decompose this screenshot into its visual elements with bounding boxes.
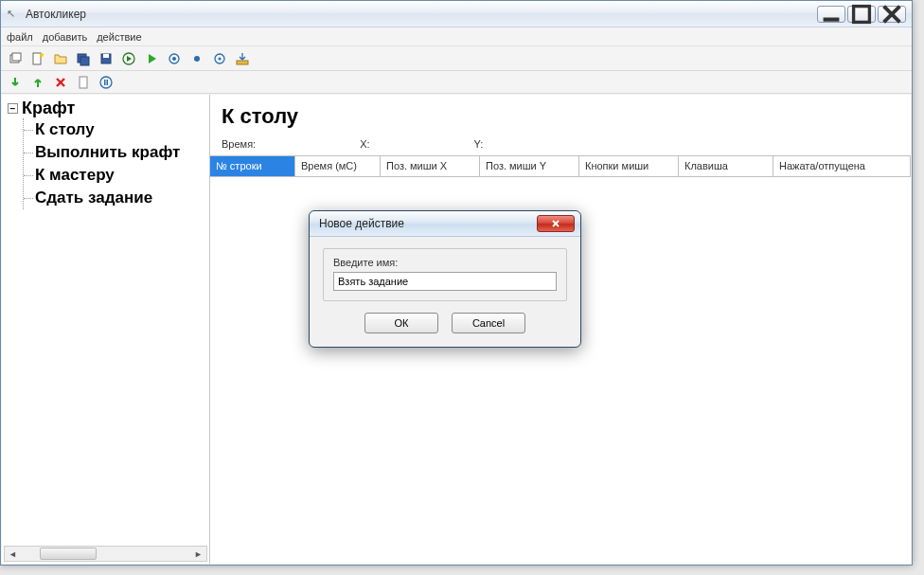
save-icon[interactable]: [98, 50, 115, 67]
svg-rect-24: [107, 80, 109, 85]
stop-record-icon[interactable]: [188, 50, 205, 67]
tree-root-label: Крафт: [22, 99, 75, 118]
close-button[interactable]: [878, 6, 906, 23]
tree-root[interactable]: − Крафт: [8, 99, 204, 118]
th-row-number[interactable]: № строки: [210, 156, 295, 176]
scroll-thumb[interactable]: [40, 548, 97, 560]
tree-item-vypolnit-kraft[interactable]: Выполнить крафт: [35, 141, 204, 164]
cancel-button[interactable]: Cancel: [452, 313, 525, 333]
dialog-field-group: Введите имя:: [323, 248, 567, 301]
svg-rect-11: [103, 54, 109, 58]
svg-rect-6: [33, 53, 41, 64]
th-mouse-buttons[interactable]: Кнопки миши: [579, 156, 679, 176]
svg-point-7: [40, 53, 44, 57]
th-mouse-x[interactable]: Поз. миши X: [381, 156, 480, 176]
svg-rect-1: [854, 6, 870, 22]
scroll-right-icon[interactable]: ►: [190, 547, 206, 561]
target-icon[interactable]: [211, 50, 228, 67]
svg-point-14: [172, 57, 176, 61]
dialog-body: Введите имя: ОК Cancel: [310, 237, 580, 347]
record-icon[interactable]: [166, 50, 183, 67]
info-y-label: Y:: [474, 138, 484, 150]
play-icon[interactable]: [143, 50, 160, 67]
tree-expander-icon[interactable]: −: [8, 103, 18, 114]
toolbar-primary: [1, 46, 912, 71]
th-time-ms[interactable]: Время (мС): [295, 156, 381, 176]
arrow-up-icon[interactable]: [29, 74, 46, 91]
titlebar: ↖ Автокликер: [1, 1, 912, 27]
new-page-icon[interactable]: [75, 74, 92, 91]
svg-rect-21: [80, 77, 87, 88]
new-action-dialog: Новое действие Введите имя: ОК Cancel: [309, 210, 581, 348]
tree-children: К столу Выполнить крафт К мастеру Сдать …: [23, 118, 204, 209]
info-time-label: Время:: [222, 138, 256, 150]
app-icon: ↖: [7, 8, 20, 21]
maximize-icon: [848, 1, 875, 27]
pause-icon[interactable]: [98, 74, 115, 91]
info-x-label: X:: [360, 138, 369, 150]
dialog-buttons: ОК Cancel: [323, 313, 567, 333]
table-header: № строки Время (мС) Поз. миши X Поз. миш…: [210, 156, 911, 177]
tree-panel: − Крафт К столу Выполнить крафт К мастер…: [2, 95, 210, 564]
svg-rect-5: [12, 53, 21, 61]
close-icon: [550, 219, 561, 228]
ok-button[interactable]: ОК: [364, 313, 438, 333]
th-mouse-y[interactable]: Поз. миши Y: [480, 156, 579, 176]
dialog-close-button[interactable]: [537, 215, 575, 232]
dialog-name-input[interactable]: [333, 272, 557, 291]
menu-add[interactable]: добавить: [43, 31, 87, 43]
th-pressed-released[interactable]: Нажата/отпущена: [773, 156, 911, 176]
svg-rect-23: [104, 80, 106, 85]
delete-icon[interactable]: [52, 74, 69, 91]
menubar: файл добавить действие: [1, 27, 912, 46]
close-icon: [879, 1, 905, 27]
dialog-title: Новое действие: [319, 217, 537, 230]
info-row: Время: X: Y:: [210, 135, 911, 156]
svg-point-17: [219, 57, 222, 60]
svg-point-22: [100, 77, 112, 88]
save-all-icon[interactable]: [75, 50, 92, 67]
dialog-titlebar[interactable]: Новое действие: [310, 211, 580, 237]
import-icon[interactable]: [234, 50, 251, 67]
window-title: Автокликер: [26, 8, 817, 21]
new-file-icon[interactable]: [29, 50, 46, 67]
toolbar-secondary: [1, 71, 912, 94]
new-window-icon[interactable]: [7, 50, 24, 67]
maximize-button[interactable]: [847, 6, 876, 23]
tree-item-k-masteru[interactable]: К мастеру: [35, 164, 204, 187]
th-key[interactable]: Клавиша: [679, 156, 773, 176]
minimize-button[interactable]: [817, 6, 845, 23]
minimize-icon: [818, 1, 844, 27]
window-controls: [817, 6, 906, 23]
tree-hscrollbar[interactable]: ◄ ►: [4, 546, 207, 562]
menu-file[interactable]: файл: [7, 31, 33, 43]
svg-rect-9: [80, 57, 89, 65]
tree-item-k-stolu[interactable]: К столу: [35, 118, 204, 141]
tree-item-sdat-zadanie[interactable]: Сдать задание: [35, 187, 204, 209]
play-circle-icon[interactable]: [120, 50, 137, 67]
svg-point-15: [194, 56, 200, 62]
arrow-down-icon[interactable]: [7, 74, 24, 91]
menu-action[interactable]: действие: [97, 31, 141, 43]
dialog-field-label: Введите имя:: [333, 257, 557, 268]
scroll-left-icon[interactable]: ◄: [5, 547, 21, 561]
svg-rect-18: [237, 61, 248, 64]
open-folder-icon[interactable]: [52, 50, 69, 67]
section-title: К столу: [210, 95, 911, 135]
